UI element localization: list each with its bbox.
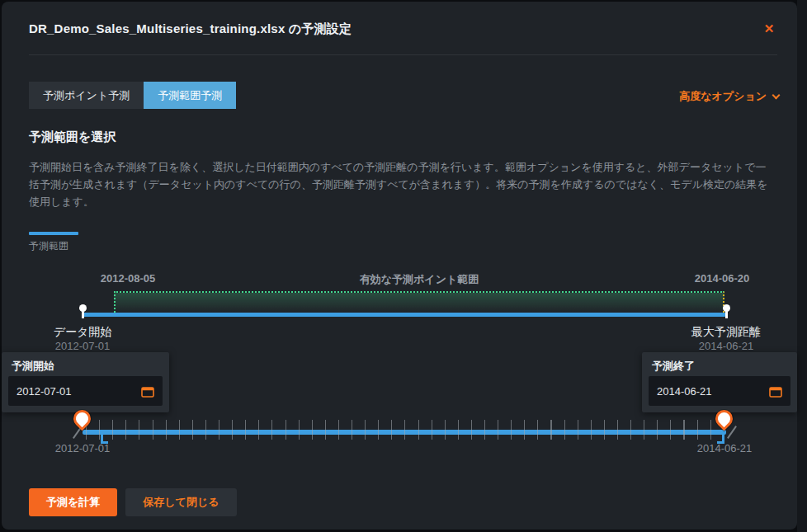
forecast-start-input[interactable]: 2012-07-01 [8, 376, 163, 406]
max-distance-caption: 最大予測距離 2014-06-21 [668, 324, 784, 353]
close-icon[interactable]: ✕ [760, 20, 778, 38]
forecast-settings-modal: DR_Demo_Sales_Multiseries_training.xlsx … [2, 2, 797, 530]
max-distance-marker[interactable] [722, 304, 730, 318]
advanced-options-toggle[interactable]: 高度なオプション [679, 89, 779, 104]
subtab-label: 予測範囲 [29, 239, 78, 253]
valid-forecast-point-range-box [114, 291, 724, 313]
active-tab-indicator [29, 232, 78, 235]
data-start-title: データ開始 [25, 324, 140, 339]
forecast-end-value: 2014-06-21 [657, 385, 712, 398]
save-and-close-button[interactable]: 保存して閉じる [125, 488, 236, 516]
tab-forecast-point[interactable]: 予測ポイント予測 [29, 82, 144, 109]
forecast-range-timeline: 2012-08-05 有効な予測ポイント範囲 2014-06-20 データ開始 … [2, 266, 797, 352]
forecast-end-panel: 予測終了 2014-06-21 [642, 352, 797, 412]
forecast-end-label: 予測終了 [652, 359, 695, 374]
header-divider [29, 54, 777, 55]
valid-range-title: 有効な予測ポイント範囲 [114, 272, 724, 287]
modal-footer: 予測を計算 保存して閉じる [29, 488, 237, 516]
modal-title: DR_Demo_Sales_Multiseries_training.xlsx … [29, 21, 352, 37]
slider-tick-marks [86, 420, 723, 440]
slider-end-date: 2014-06-21 [667, 442, 782, 454]
forecast-range-slider: 2012-07-01 2014-06-21 [2, 406, 797, 465]
calendar-icon[interactable] [141, 385, 154, 398]
marker-stem [725, 311, 728, 318]
page-background: DR_Demo_Sales_Multiseries_training.xlsx … [0, 0, 807, 532]
marker-stem [82, 311, 84, 318]
forecast-mode-tabs: 予測ポイント予測 予測範囲予測 [29, 82, 236, 109]
section-heading: 予測範囲を選択 [29, 129, 116, 145]
data-start-caption: データ開始 2012-07-01 [25, 324, 140, 353]
compute-forecast-button[interactable]: 予測を計算 [29, 488, 117, 516]
subtab-forecast-range[interactable]: 予測範囲 [29, 232, 78, 253]
slider-end-leader-line [727, 426, 737, 439]
background-page-edge [797, 0, 807, 532]
section-description: 予測開始日を含み予測終了日を除く、選択した日付範囲内のすべての予測距離の予測を行… [29, 158, 776, 210]
forecast-start-value: 2012-07-01 [17, 385, 72, 398]
valid-range-end-date: 2014-06-20 [677, 272, 767, 285]
chevron-down-icon [772, 91, 781, 99]
advanced-options-label: 高度なオプション [679, 89, 767, 104]
max-distance-title: 最大予測距離 [668, 324, 784, 339]
forecast-start-label: 予測開始 [12, 359, 54, 374]
data-start-marker[interactable] [78, 304, 87, 318]
forecast-end-input[interactable]: 2014-06-21 [649, 376, 790, 406]
calendar-icon[interactable] [769, 385, 782, 398]
data-start-date: 2012-07-01 [25, 339, 140, 353]
max-distance-date: 2014-06-21 [668, 339, 784, 353]
tab-forecast-range[interactable]: 予測範囲予測 [144, 82, 236, 109]
slider-start-date: 2012-07-01 [25, 442, 140, 454]
timeline-track[interactable] [83, 313, 726, 317]
forecast-start-panel: 予測開始 2012-07-01 [2, 352, 169, 412]
